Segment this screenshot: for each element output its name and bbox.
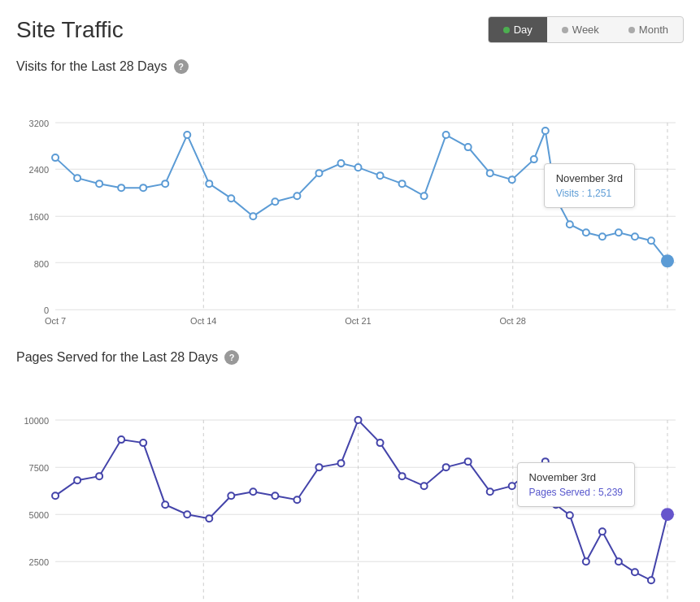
visit-point — [465, 144, 472, 150]
visit-point — [421, 193, 428, 199]
day-dot — [503, 27, 510, 33]
page-point — [648, 578, 654, 584]
visit-point — [315, 170, 322, 176]
page-point — [399, 474, 406, 480]
pages-line — [55, 420, 667, 580]
svg-text:0: 0 — [44, 305, 49, 315]
pages-chart-svg: 0 2500 5000 7500 10000 — [16, 373, 684, 602]
page-point — [567, 513, 573, 519]
visit-point — [162, 180, 168, 187]
svg-text:3200: 3200 — [29, 119, 49, 128]
visit-point — [487, 170, 493, 176]
page-point — [553, 502, 559, 509]
page-point — [509, 483, 515, 490]
visits-help-icon[interactable]: ? — [174, 59, 189, 74]
visit-point — [355, 164, 362, 171]
visit-point — [648, 237, 654, 244]
visit-point — [399, 180, 406, 187]
page-point — [162, 502, 168, 509]
page-point — [184, 512, 190, 518]
visit-point — [52, 154, 59, 161]
pages-chart-wrap: 0 2500 5000 7500 10000 — [16, 373, 684, 602]
page-title: Site Traffic — [16, 17, 124, 43]
page-point — [542, 458, 549, 465]
page-point — [293, 497, 300, 504]
page-point — [250, 489, 256, 496]
visit-point — [553, 195, 559, 201]
page-point — [118, 436, 124, 443]
month-button[interactable]: Month — [614, 17, 683, 42]
svg-text:800: 800 — [34, 259, 49, 269]
page-point — [615, 559, 622, 565]
page-point — [465, 458, 472, 465]
page-point — [531, 464, 537, 470]
visits-chart-section: Visits for the Last 28 Days ? 0 800 1600… — [16, 59, 684, 326]
day-button[interactable]: Day — [489, 17, 547, 42]
visit-point-current — [661, 254, 674, 267]
page-point-current — [661, 509, 674, 522]
pages-help-icon[interactable]: ? — [224, 350, 239, 365]
visit-point — [443, 132, 450, 138]
visits-line — [55, 131, 667, 261]
visits-chart-wrap: 0 800 1600 2400 3200 — [16, 82, 684, 326]
pages-chart-section: Pages Served for the Last 28 Days ? 0 25… — [16, 350, 684, 602]
visit-point — [140, 184, 146, 191]
svg-text:2500: 2500 — [29, 558, 49, 568]
month-dot — [628, 27, 635, 33]
visits-title-text: Visits for the Last 28 Days — [16, 59, 167, 74]
week-button[interactable]: Week — [547, 17, 614, 42]
visit-point — [74, 175, 80, 181]
visit-point — [272, 198, 278, 205]
page-point — [52, 493, 59, 500]
visit-point — [583, 229, 589, 236]
page-point — [337, 460, 344, 466]
visit-point — [337, 160, 344, 167]
visit-point — [377, 172, 384, 179]
page-point — [599, 529, 606, 535]
svg-text:2400: 2400 — [29, 165, 49, 175]
page-point — [377, 440, 384, 446]
svg-text:7500: 7500 — [29, 464, 49, 474]
svg-text:5000: 5000 — [29, 511, 49, 521]
page-point — [206, 516, 212, 522]
page-point — [315, 464, 322, 470]
visit-point — [250, 213, 256, 219]
svg-text:Oct 7: Oct 7 — [45, 316, 66, 326]
page-header: Site Traffic Day Week Month — [16, 16, 684, 43]
visit-point — [293, 193, 300, 199]
month-label: Month — [639, 24, 668, 36]
visit-point — [184, 132, 190, 138]
svg-text:1600: 1600 — [29, 212, 49, 222]
page-point — [140, 440, 146, 446]
visits-chart-svg: 0 800 1600 2400 3200 — [16, 82, 684, 326]
pages-title-text: Pages Served for the Last 28 Days — [16, 350, 218, 365]
page-point — [487, 489, 493, 496]
visit-point — [96, 180, 102, 187]
visit-point — [118, 184, 124, 191]
visit-point — [567, 221, 573, 227]
week-label: Week — [572, 24, 599, 36]
week-dot — [562, 27, 568, 33]
visit-point — [531, 156, 537, 162]
page-point — [96, 474, 102, 480]
page-point — [228, 493, 234, 500]
page-point — [583, 559, 589, 565]
visit-point — [509, 176, 515, 183]
svg-text:Oct 21: Oct 21 — [345, 316, 371, 326]
time-toggle: Day Week Month — [488, 16, 684, 43]
page-point — [443, 464, 450, 470]
visits-section-title: Visits for the Last 28 Days ? — [16, 59, 684, 74]
page-point — [355, 417, 362, 423]
visit-point — [632, 233, 638, 240]
page-point — [272, 493, 278, 500]
page-point — [74, 478, 80, 484]
visit-point — [599, 233, 606, 240]
svg-text:10000: 10000 — [24, 416, 49, 426]
svg-text:Oct 14: Oct 14 — [190, 316, 216, 326]
svg-text:Oct 28: Oct 28 — [500, 316, 526, 326]
visit-point — [542, 128, 549, 134]
visit-point — [615, 229, 622, 236]
visit-point — [228, 195, 234, 201]
visit-point — [206, 180, 212, 187]
pages-section-title: Pages Served for the Last 28 Days ? — [16, 350, 684, 365]
